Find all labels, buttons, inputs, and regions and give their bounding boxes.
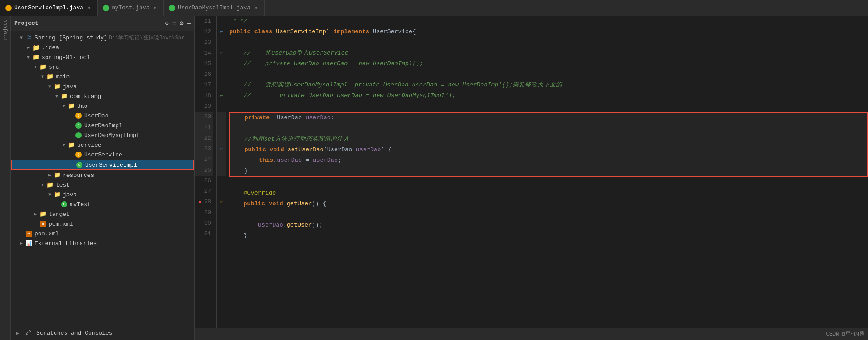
tree-label-test: test bbox=[56, 182, 70, 188]
tree-item-main[interactable]: ▼ 📁 main bbox=[11, 72, 194, 82]
collapse-icon[interactable]: ≡ bbox=[172, 20, 176, 27]
tree-arrow-java: ▼ bbox=[46, 84, 53, 89]
tree-label-userdao: UserDao bbox=[84, 113, 109, 119]
tab-mytest[interactable]: myTest.java ✕ bbox=[98, 0, 164, 16]
folder-icon-main: 📁 bbox=[46, 73, 54, 81]
tree-item-userdao[interactable]: I UserDao bbox=[11, 111, 194, 121]
tree-item-spring-project[interactable]: ▼ 🗂 Spring [Spring study] D:\学习笔记\狂神说Jav… bbox=[11, 33, 194, 43]
code-editor: 11 12 13 14 15 16 17 18 19 20 21 22 23 2… bbox=[195, 16, 868, 340]
sidebar-header-icons: ⊕ ≡ ⚙ — bbox=[165, 20, 191, 27]
tree-item-service[interactable]: ▼ 📁 service bbox=[11, 140, 194, 150]
tree-item-userdaoimpl[interactable]: C UserDaoImpl bbox=[11, 121, 194, 130]
tree-arrow-test: ▼ bbox=[39, 183, 46, 188]
code-line-30: userDao.getUser(); bbox=[229, 220, 868, 231]
tree-item-mytest[interactable]: C myTest bbox=[11, 199, 194, 209]
tree-item-comkuang[interactable]: ▼ 📁 com.kuang bbox=[11, 91, 194, 101]
tree-label-target: target bbox=[49, 211, 70, 218]
code-line-14: // 将UserDao引入UserService bbox=[229, 48, 868, 59]
libs-icon: 📊 bbox=[25, 239, 33, 247]
folder-icon-test-java: 📁 bbox=[53, 191, 61, 199]
tree-item-java[interactable]: ▼ 📁 java bbox=[11, 82, 194, 91]
line-num-18: 18 bbox=[195, 90, 213, 101]
tree-item-idea[interactable]: ▶ 📁 .idea bbox=[11, 43, 194, 52]
line-num-13: 13 bbox=[195, 37, 213, 48]
tree-label-external: External Libraries bbox=[35, 240, 97, 247]
java-icon-userdaomysqlimpl: C bbox=[74, 131, 82, 139]
folder-icon-java: 📁 bbox=[53, 82, 61, 90]
folder-icon-comkuang: 📁 bbox=[60, 92, 68, 100]
tree-item-test[interactable]: ▼ 📁 test bbox=[11, 180, 194, 190]
line-num-26: 26 bbox=[195, 176, 213, 186]
tree-item-dao[interactable]: ▼ 📁 dao bbox=[11, 101, 194, 111]
tree-item-target[interactable]: ▶ 📁 target bbox=[11, 209, 194, 219]
tree-item-test-java[interactable]: ▼ 📁 java bbox=[11, 190, 194, 199]
tree-item-pom1[interactable]: m pom.xml bbox=[11, 219, 194, 229]
left-vertical-panel: Project bbox=[0, 16, 11, 340]
tab-close-mytest[interactable]: ✕ bbox=[152, 4, 158, 11]
code-line-11: * */ bbox=[229, 16, 868, 27]
folder-icon-test: 📁 bbox=[46, 181, 54, 189]
tree-item-spring01[interactable]: ▼ 📁 spring-01-ioc1 bbox=[11, 52, 194, 62]
tree-label-userdaoimpl: UserDaoImpl bbox=[84, 122, 122, 129]
scratches-icon: 🖊 bbox=[24, 329, 32, 337]
tree-item-resources[interactable]: ▶ 📁 resources bbox=[11, 170, 194, 180]
tree-arrow-resources: ▶ bbox=[46, 172, 53, 178]
line-num-22: 22 bbox=[195, 133, 213, 144]
editor-bottom-bar: CSDN @星~闪腾 bbox=[195, 328, 868, 340]
sidebar-item-scratches[interactable]: ▶ 🖊 Scratches and Consoles bbox=[11, 326, 194, 340]
tree-path-spring: D:\学习笔记\狂神说Java\Spr bbox=[109, 34, 184, 42]
scratches-arrow: ▶ bbox=[14, 331, 21, 336]
sync-icon[interactable]: ⊕ bbox=[165, 20, 168, 27]
project-vertical-label[interactable]: Project bbox=[3, 16, 8, 43]
code-lines[interactable]: * */ public class UserServiceImpl implem… bbox=[226, 16, 868, 328]
tree-item-pom2[interactable]: m pom.xml bbox=[11, 229, 194, 238]
tree-label-spring: Spring [Spring study] bbox=[35, 35, 107, 41]
tree-item-external-libs[interactable]: ▶ 📊 External Libraries bbox=[11, 238, 194, 248]
sidebar-title: Project bbox=[14, 20, 39, 27]
tab-userserviceimpl[interactable]: UserServiceImpl.java ✕ bbox=[0, 0, 98, 16]
java-icon-userdao: I bbox=[74, 112, 82, 120]
code-content: 11 12 13 14 15 16 17 18 19 20 21 22 23 2… bbox=[195, 16, 868, 328]
line-num-28: ●28 bbox=[195, 197, 213, 207]
tree-label-pom2: pom.xml bbox=[35, 231, 59, 237]
settings-icon[interactable]: ⚙ bbox=[180, 20, 183, 27]
line-num-17: 17 bbox=[195, 80, 213, 90]
bottom-bar-watermark: CSDN @星~闪腾 bbox=[826, 330, 864, 338]
tree-label-main: main bbox=[56, 74, 70, 80]
tree-arrow-external: ▶ bbox=[18, 241, 25, 246]
folder-icon-src: 📁 bbox=[39, 63, 47, 71]
tree-arrow-src: ▼ bbox=[32, 65, 39, 70]
tree-label-userserviceimpl: UserServiceImpl bbox=[85, 162, 137, 168]
main-area: Project Project ⊕ ≡ ⚙ — ▼ 🗂 Spring [Spri… bbox=[0, 16, 868, 340]
gutter-strip: ⌐ ⌐ ⌐ ⌐ ⌐ bbox=[217, 16, 226, 328]
project-icon: 🗂 bbox=[25, 34, 33, 42]
tab-close-userserviceimpl[interactable]: ✕ bbox=[86, 4, 92, 11]
sidebar-header: Project ⊕ ≡ ⚙ — bbox=[11, 16, 194, 31]
line-num-14: 14 bbox=[195, 48, 213, 59]
tab-icon-mytest bbox=[103, 5, 109, 11]
tab-bar: UserServiceImpl.java ✕ myTest.java ✕ Use… bbox=[0, 0, 868, 16]
minimize-icon[interactable]: — bbox=[187, 20, 191, 27]
tree-label-java: java bbox=[63, 83, 77, 90]
line-num-12: 12 bbox=[195, 27, 213, 37]
tree-label-spring01: spring-01-ioc1 bbox=[42, 54, 90, 61]
line-num-23: 23 bbox=[195, 144, 213, 154]
tree-label-src: src bbox=[49, 64, 59, 70]
tab-userdaomysqlimpl[interactable]: UserDaoMysqlImpl.java ✕ bbox=[164, 0, 264, 16]
code-line-16 bbox=[229, 69, 868, 80]
folder-icon-spring01: 📁 bbox=[32, 53, 40, 61]
line-numbers: 11 12 13 14 15 16 17 18 19 20 21 22 23 2… bbox=[195, 16, 217, 328]
line-num-30: 30 bbox=[195, 218, 213, 229]
tree-item-userdaomysqlimpl[interactable]: C UserDaoMysqlImpl bbox=[11, 130, 194, 140]
tree-label-resources: resources bbox=[63, 172, 94, 179]
folder-icon-dao: 📁 bbox=[67, 102, 75, 110]
tree-item-userservice[interactable]: I UserService bbox=[11, 150, 194, 160]
scratches-label: Scratches and Consoles bbox=[36, 330, 113, 336]
tree-item-userserviceimpl[interactable]: C UserServiceImpl bbox=[11, 160, 194, 170]
code-line-26 bbox=[229, 177, 868, 188]
tab-close-userdaomysqlimpl[interactable]: ✕ bbox=[253, 4, 259, 11]
tree-arrow-service: ▼ bbox=[60, 143, 67, 148]
tree-label-pom1: pom.xml bbox=[49, 221, 73, 227]
tree-item-src[interactable]: ▼ 📁 src bbox=[11, 62, 194, 72]
tab-label-mytest: myTest.java bbox=[112, 4, 150, 11]
